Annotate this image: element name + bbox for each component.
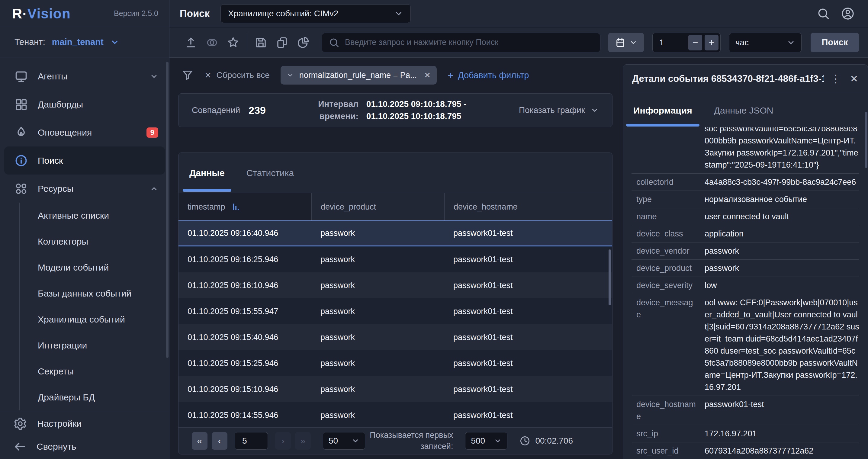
favorite-button[interactable] (223, 32, 244, 53)
cell-device-product: passwork (311, 402, 444, 428)
cell-device-hostname: passwork01-test (444, 350, 612, 376)
chevron-down-icon (394, 9, 403, 18)
column-header-device-product[interactable]: device_product (311, 193, 444, 220)
sidebar-subitem-integrations[interactable]: Интеграции (20, 333, 169, 359)
interval-minus-button[interactable]: − (688, 35, 702, 51)
next-page-button[interactable]: › (275, 432, 291, 450)
filter-chip-label: normalization_rule_name = Pa... (299, 71, 417, 80)
cell-device-product: passwork (311, 350, 444, 376)
table-row[interactable]: 01.10.2025 09:14:55.946 passwork passwor… (179, 402, 612, 428)
user-profile-icon[interactable] (841, 7, 855, 21)
chevron-up-icon[interactable] (150, 184, 158, 193)
table-row[interactable]: 01.10.2025 09:16:40.946 passwork passwor… (179, 220, 612, 246)
detail-value: 172.16.97.201 (705, 428, 859, 440)
details-title: Детали события 68534370-8f21-486f-a1f3-1… (632, 73, 824, 84)
query-search-input[interactable]: Введите запрос и нажмите кнопку Поиск (322, 33, 600, 52)
interval-unit-value: час (736, 38, 749, 48)
merge-button[interactable] (202, 32, 223, 53)
page-number-input[interactable]: 5 (235, 432, 268, 450)
sort-bars-icon[interactable] (232, 203, 240, 211)
sidebar-item-alerts[interactable]: Оповещения 9 (0, 118, 169, 147)
sidebar-item-resources[interactable]: Ресурсы (0, 175, 169, 203)
export-button[interactable] (180, 32, 202, 53)
add-filter-button[interactable]: + Добавить фильтр (447, 70, 529, 80)
column-header-device-hostname[interactable]: device_hostname (444, 193, 612, 220)
tab-statistics[interactable]: Статистика (245, 153, 296, 193)
funnel-icon[interactable] (182, 69, 194, 81)
cell-timestamp: 01.10.2025 09:15:55.947 (179, 298, 311, 324)
page-scrollbar[interactable] (865, 112, 867, 168)
last-page-button[interactable]: » (295, 432, 311, 450)
copy-query-button[interactable] (272, 32, 293, 53)
flame-icon (14, 126, 28, 139)
interval-value[interactable]: 1 (659, 38, 664, 48)
sidebar-item-dashboards[interactable]: Дашборды (0, 90, 169, 118)
table-row[interactable]: 01.10.2025 09:15:10.946 passwork passwor… (179, 376, 612, 402)
detail-label: device_vendor (637, 245, 699, 257)
elapsed-value: 00:02.706 (535, 436, 573, 446)
pie-chart-icon (297, 36, 310, 49)
close-icon[interactable]: ✕ (847, 73, 861, 85)
statistics-button[interactable] (293, 32, 314, 53)
table-row[interactable]: 01.10.2025 09:16:25.946 passwork passwor… (179, 246, 612, 272)
cell-device-hostname: passwork01-test (444, 324, 612, 350)
show-chart-toggle[interactable]: Показать график (519, 105, 599, 115)
sidebar-subitem-event-databases[interactable]: Базы данных событий (20, 280, 169, 306)
interval-unit-select[interactable]: час (729, 33, 802, 52)
cell-device-product: passwork (311, 324, 444, 350)
sidebar-scrollbar[interactable] (166, 62, 168, 358)
venn-circles-icon (206, 36, 218, 49)
sidebar-item-settings[interactable]: Настройки (0, 412, 169, 435)
table-row[interactable]: 01.10.2025 09:15:40.946 passwork passwor… (179, 324, 612, 350)
cell-device-product: passwork (311, 272, 444, 298)
event-storage-select[interactable]: Хранилище событий: CIMv2 (220, 4, 411, 23)
sidebar-header: R·Vision Версия 2.5.0 (0, 0, 169, 27)
table-row[interactable]: 01.10.2025 09:15:25.946 passwork passwor… (179, 350, 612, 376)
upload-icon (185, 36, 197, 49)
shown-count-select[interactable]: 500 (465, 432, 507, 450)
prev-page-button[interactable]: ‹ (212, 432, 227, 450)
remove-filter-icon[interactable]: ✕ (424, 71, 431, 80)
global-search-icon[interactable] (817, 7, 830, 20)
chevron-down-icon[interactable] (150, 72, 158, 81)
sidebar-subitem-event-models[interactable]: Модели событий (20, 254, 169, 280)
sidebar-collapse-button[interactable]: Свернуть (0, 435, 169, 458)
filter-chip[interactable]: normalization_rule_name = Pa... ✕ (281, 66, 437, 85)
tab-data[interactable]: Данные (188, 153, 226, 193)
sidebar-subitem-collectors[interactable]: Коллекторы (20, 228, 169, 254)
tab-json-data[interactable]: Данные JSON (713, 93, 775, 128)
detail-label: src_ip (637, 428, 699, 440)
page-size-select[interactable]: 50 (323, 432, 365, 450)
app-version: Версия 2.5.0 (114, 9, 158, 18)
detail-label (637, 127, 699, 171)
sidebar-item-agents[interactable]: Агенты (0, 62, 169, 90)
kebab-menu-icon[interactable]: ⋮ (829, 73, 842, 84)
save-query-button[interactable] (250, 32, 272, 53)
sidebar-subitem-event-storages[interactable]: Хранилища событий (20, 306, 169, 333)
sidebar-subitem-active-lists[interactable]: Активные списки (20, 203, 169, 228)
detail-label: device_class (637, 228, 699, 240)
chevron-down-icon[interactable] (110, 38, 119, 47)
interval-plus-button[interactable]: + (705, 35, 718, 51)
first-page-button[interactable]: « (192, 432, 208, 450)
query-elapsed-time: 00:02.706 (520, 435, 573, 446)
search-submit-button[interactable]: Поиск (811, 33, 859, 52)
cell-device-product: passwork (311, 298, 444, 324)
sidebar-item-search[interactable]: Поиск (4, 147, 165, 175)
cell-timestamp: 01.10.2025 09:14:55.946 (179, 402, 311, 428)
table-row[interactable]: 01.10.2025 09:15:55.947 passwork passwor… (179, 298, 612, 324)
tenant-select[interactable]: main_tenant (52, 37, 103, 47)
clear-all-filters-button[interactable]: ✕ Сбросить все (205, 70, 270, 80)
tab-information[interactable]: Информация (632, 93, 693, 128)
column-label: device_product (321, 202, 376, 212)
sidebar-subitem-secrets[interactable]: Секреты (20, 359, 169, 385)
sidebar-subitem-db-drivers[interactable]: Драйверы БД (20, 385, 169, 410)
interval-stepper[interactable]: 1 − + (652, 33, 721, 52)
results-tabs: Данные Статистика (179, 153, 612, 193)
details-tabs: Информация Данные JSON (623, 93, 868, 128)
column-header-timestamp[interactable]: timestamp (179, 193, 311, 220)
table-scrollbar[interactable] (609, 249, 611, 305)
subitem-label: Базы данных событий (38, 288, 131, 299)
date-range-button[interactable] (608, 33, 644, 52)
table-row[interactable]: 01.10.2025 09:16:10.946 passwork passwor… (179, 272, 612, 298)
